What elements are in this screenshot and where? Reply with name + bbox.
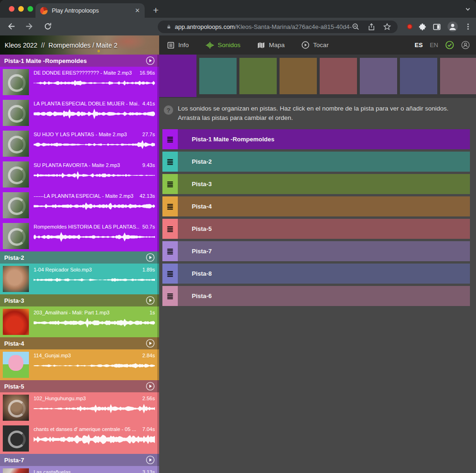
- track-row[interactable]: Pista-4: [162, 196, 470, 216]
- profile-avatar[interactable]: [447, 21, 458, 32]
- clip-item[interactable]: chants et danses d' amerique centrale - …: [0, 423, 159, 454]
- track-row[interactable]: Pista-1 Maite -Rompemoldes: [162, 129, 470, 149]
- tab-tocar[interactable]: Tocar: [301, 41, 329, 49]
- clip-item[interactable]: 102_Hunguhungu.mp32.56s: [0, 392, 159, 423]
- tab-search-chevron-icon[interactable]: [464, 6, 471, 13]
- track-row[interactable]: Pista-5: [162, 219, 470, 239]
- track-header[interactable]: Pista-5: [0, 380, 159, 392]
- track-color-swatch[interactable]: [199, 58, 237, 94]
- track-header[interactable]: Pista-7: [0, 454, 159, 466]
- track-row-body[interactable]: Pista-5: [178, 219, 470, 239]
- tab-mapa[interactable]: Mapa: [257, 42, 285, 49]
- close-window-button[interactable]: [9, 6, 14, 12]
- track-row-name[interactable]: Pista-3: [192, 181, 212, 188]
- new-tab-button[interactable]: +: [149, 4, 162, 17]
- track-row-name[interactable]: Pista-2: [192, 158, 212, 165]
- extensions-puzzle-icon[interactable]: [419, 23, 427, 31]
- clip-waveform[interactable]: [34, 231, 155, 243]
- play-track-button[interactable]: [146, 455, 155, 465]
- clip-waveform[interactable]: [34, 139, 155, 151]
- clip-item[interactable]: LA PLANTA ESPECIAL DOBLE MUJER - Mai...4…: [0, 97, 159, 128]
- track-row-body[interactable]: Pista-7: [178, 241, 470, 261]
- forward-button[interactable]: [24, 21, 34, 31]
- drag-handle[interactable]: [162, 174, 178, 194]
- clip-item[interactable]: 114_Gunjai.mp32.84s: [0, 349, 159, 380]
- clip-item[interactable]: SU HIJO Y LAS PLANTAS - Maite 2.mp327.7s: [0, 128, 159, 159]
- back-button[interactable]: [7, 21, 16, 31]
- clip-item[interactable]: ------LA PLANNTA ESPECIAL - Maite 2.mp34…: [0, 190, 159, 221]
- zoom-page-icon[interactable]: [352, 23, 360, 31]
- clip-item[interactable]: Rompemoldes HISTORIA DE LAS PLANTAS...50…: [0, 221, 159, 251]
- track-row[interactable]: Pista-3: [162, 174, 470, 194]
- drag-handle[interactable]: [162, 286, 178, 306]
- browser-tab[interactable]: Play Antropoloops ✕: [35, 3, 145, 18]
- track-header[interactable]: Pista-4: [0, 337, 159, 349]
- tab-close-icon[interactable]: ✕: [132, 7, 140, 14]
- track-row-name[interactable]: Pista-6: [192, 292, 212, 299]
- track-color-swatch[interactable]: [360, 58, 397, 94]
- track-color-swatch[interactable]: [440, 58, 476, 94]
- url-bar[interactable]: app.antropoloops.com /Kleos-Santa-Marina…: [158, 21, 398, 33]
- track-row-body[interactable]: Pista-3: [178, 174, 470, 194]
- clip-item[interactable]: DE DONDE ERES???????? - Maite 2.mp316.96…: [0, 67, 159, 97]
- drag-handle[interactable]: [162, 264, 178, 284]
- track-row-name[interactable]: Pista-4: [192, 203, 212, 210]
- play-track-button[interactable]: [146, 382, 155, 391]
- browser-menu-icon[interactable]: [464, 22, 472, 31]
- track-row-name[interactable]: Pista-7: [192, 248, 212, 255]
- clip-item[interactable]: SU PLANTA FAVORITA - Maite 2.mp39.43s: [0, 159, 159, 190]
- reload-button[interactable]: [43, 21, 53, 31]
- clip-waveform[interactable]: [34, 108, 155, 120]
- drag-handle[interactable]: [162, 219, 178, 239]
- track-row[interactable]: Pista-2: [162, 152, 470, 172]
- track-color-swatch[interactable]: [400, 58, 437, 94]
- clip-waveform[interactable]: [34, 169, 155, 181]
- track-header[interactable]: Pista-3: [0, 294, 159, 306]
- clip-waveform[interactable]: [34, 200, 155, 212]
- track-header[interactable]: Pista-1 Maite -Rompemoldes: [0, 55, 159, 67]
- clip-item[interactable]: 203_Amalihani - Mali: Part 1.mp31s: [0, 306, 159, 337]
- play-track-button[interactable]: [146, 253, 155, 262]
- drag-handle[interactable]: [162, 129, 178, 149]
- zoom-window-button[interactable]: [28, 6, 33, 12]
- drag-handle[interactable]: [162, 152, 178, 172]
- clip-item[interactable]: 1-04 Repicador Solo.mp31.89s: [0, 264, 159, 294]
- track-row-body[interactable]: Pista-1 Maite -Rompemoldes: [178, 129, 470, 149]
- lang-en-button[interactable]: EN: [430, 42, 438, 49]
- clip-waveform[interactable]: [34, 403, 155, 415]
- track-row[interactable]: Pista-6: [162, 286, 470, 306]
- play-track-button[interactable]: [146, 339, 155, 348]
- track-color-swatch[interactable]: [239, 58, 277, 94]
- clip-waveform[interactable]: [34, 317, 155, 329]
- track-color-swatch[interactable]: [280, 58, 317, 94]
- lang-es-button[interactable]: ES: [415, 42, 423, 49]
- play-track-button[interactable]: [146, 296, 155, 305]
- track-row-body[interactable]: Pista-2: [178, 152, 470, 172]
- saved-check-icon[interactable]: [445, 41, 454, 49]
- play-track-button[interactable]: [146, 56, 155, 65]
- clip-item[interactable]: Las castañuelas3.13s: [0, 466, 159, 473]
- tab-sonidos[interactable]: Sonidos: [206, 42, 241, 49]
- track-row[interactable]: Pista-7: [162, 241, 470, 261]
- track-row-name[interactable]: Pista-1 Maite -Rompemoldes: [192, 136, 274, 143]
- clip-waveform[interactable]: [34, 360, 155, 372]
- track-row-body[interactable]: Pista-8: [178, 264, 470, 284]
- track-row-name[interactable]: Pista-8: [192, 270, 212, 277]
- account-icon[interactable]: [461, 41, 470, 49]
- record-indicator-icon[interactable]: [407, 24, 413, 29]
- minimize-window-button[interactable]: [18, 6, 24, 12]
- tab-info[interactable]: Info: [167, 42, 189, 49]
- track-row[interactable]: Pista-8: [162, 264, 470, 284]
- drag-handle[interactable]: [162, 241, 178, 261]
- side-panel-icon[interactable]: [433, 23, 441, 31]
- drag-handle[interactable]: [162, 196, 178, 216]
- track-row-body[interactable]: Pista-6: [178, 286, 470, 306]
- share-icon[interactable]: [368, 23, 375, 31]
- clip-waveform[interactable]: [34, 274, 155, 286]
- clip-waveform[interactable]: [34, 77, 155, 89]
- track-color-swatch[interactable]: [320, 58, 357, 94]
- track-color-swatch[interactable]: [159, 55, 196, 97]
- track-row-body[interactable]: Pista-4: [178, 196, 470, 216]
- track-header[interactable]: Pista-2: [0, 251, 159, 264]
- track-row-name[interactable]: Pista-5: [192, 225, 212, 232]
